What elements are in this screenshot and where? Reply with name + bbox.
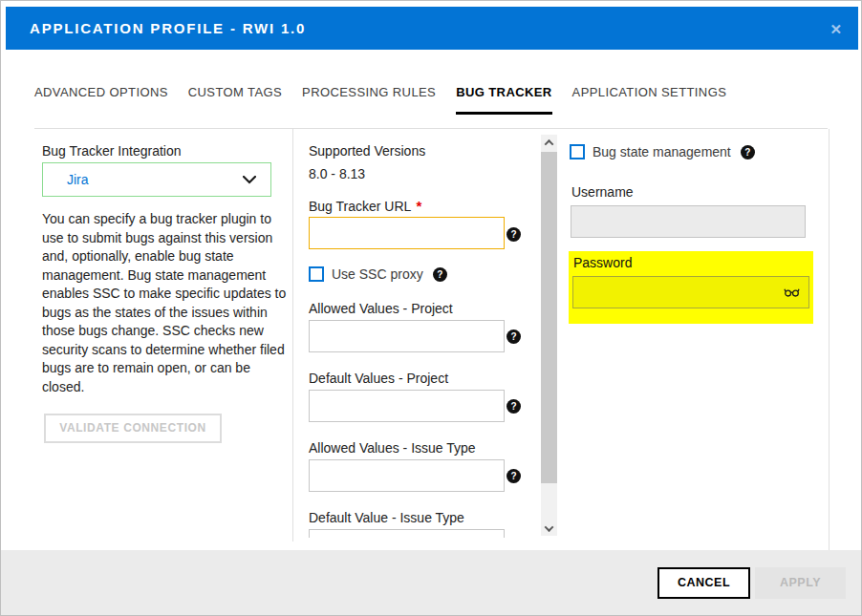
close-icon[interactable]: ✕ [830, 21, 842, 35]
scroll-up-icon[interactable] [541, 135, 557, 150]
tab-bar: ADVANCED OPTIONS CUSTOM TAGS PROCESSING … [34, 85, 726, 115]
username-label: Username [571, 184, 634, 200]
use-ssc-proxy-row: Use SSC proxy ? [309, 266, 447, 282]
use-ssc-proxy-checkbox[interactable] [309, 266, 324, 282]
supported-versions-label: Supported Versions [309, 143, 425, 159]
apply-button[interactable]: APPLY [755, 567, 846, 599]
help-icon[interactable]: ? [741, 145, 755, 159]
allowed-values-issue-type-input[interactable] [309, 459, 505, 492]
help-icon[interactable]: ? [433, 267, 447, 282]
application-profile-dialog: APPLICATION PROFILE - RWI 1.0 ✕ ADVANCED… [0, 0, 862, 616]
bug-tracker-integration-label: Bug Tracker Integration [42, 143, 182, 159]
help-icon[interactable]: ? [506, 469, 521, 483]
scroll-down-icon[interactable] [541, 520, 557, 536]
validate-connection-button[interactable]: VALIDATE CONNECTION [44, 414, 222, 443]
integration-description: You can specify a bug tracker plugin to … [42, 210, 291, 396]
bug-tracker-integration-select[interactable]: Jira [42, 162, 271, 197]
bug-tracker-url-label: Bug Tracker URL* [309, 198, 421, 214]
tab-bug-tracker[interactable]: BUG TRACKER [456, 85, 551, 115]
tab-custom-tags[interactable]: CUSTOM TAGS [188, 85, 282, 115]
chevron-down-icon [243, 176, 256, 184]
help-icon[interactable]: ? [506, 329, 521, 344]
default-values-project-label: Default Values - Project [309, 371, 448, 386]
bug-state-management-checkbox[interactable] [570, 144, 585, 159]
cancel-button[interactable]: CANCEL [657, 567, 750, 599]
reveal-password-icon[interactable] [784, 287, 800, 298]
tab-application-settings[interactable]: APPLICATION SETTINGS [572, 85, 727, 115]
bug-state-management-row: Bug state management ? [570, 144, 755, 159]
default-value-issue-type-input[interactable] [309, 529, 505, 538]
password-input[interactable] [572, 276, 809, 308]
dialog-title: APPLICATION PROFILE - RWI 1.0 [30, 20, 306, 36]
default-values-project-input[interactable] [309, 390, 505, 422]
middle-panel-scrollbar[interactable] [541, 135, 557, 536]
username-input[interactable] [571, 205, 806, 238]
tab-advanced-options[interactable]: ADVANCED OPTIONS [34, 85, 168, 115]
tab-processing-rules[interactable]: PROCESSING RULES [302, 85, 436, 115]
bug-state-management-label: Bug state management [593, 144, 731, 159]
allowed-values-issue-type-label: Allowed Values - Issue Type [309, 440, 476, 456]
allowed-values-project-label: Allowed Values - Project [309, 301, 453, 316]
column-divider-right [829, 129, 830, 551]
scrollbar-thumb[interactable] [541, 152, 557, 483]
tabs-divider [34, 128, 828, 129]
supported-versions-value: 8.0 - 8.13 [309, 166, 365, 181]
bug-tracker-url-input[interactable] [309, 217, 505, 249]
allowed-values-project-input[interactable] [309, 320, 505, 352]
column-divider-left [292, 129, 293, 542]
password-highlight-box: Password [569, 251, 813, 324]
default-value-issue-type-label: Default Value - Issue Type [309, 510, 464, 525]
required-asterisk: * [416, 198, 421, 214]
title-bar: APPLICATION PROFILE - RWI 1.0 ✕ [6, 7, 858, 50]
help-icon[interactable]: ? [506, 399, 521, 414]
help-icon[interactable]: ? [506, 227, 521, 242]
selected-bug-tracker: Jira [67, 172, 89, 187]
use-ssc-proxy-label: Use SSC proxy [332, 266, 423, 282]
password-label: Password [573, 255, 632, 270]
